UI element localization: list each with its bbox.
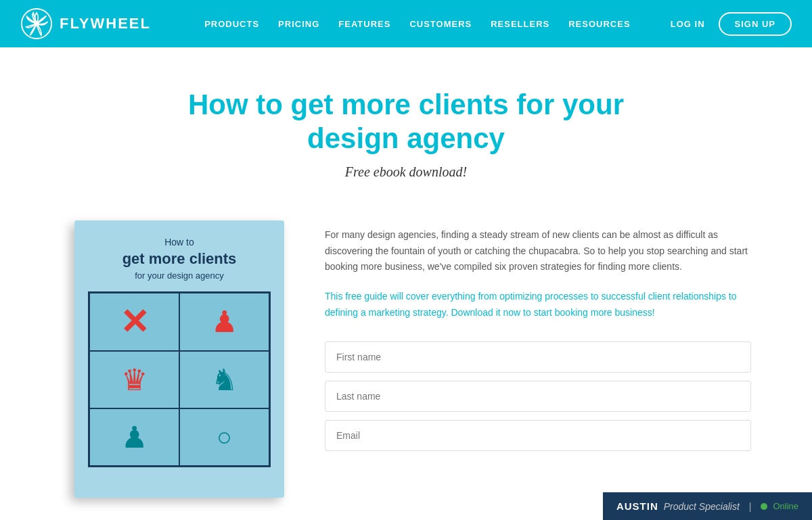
content-area: How to get more clients for your design …: [34, 220, 778, 520]
book-title-main: get more clients: [88, 250, 271, 268]
right-side: For many design agencies, finding a stea…: [325, 220, 751, 459]
chat-agent-name: AUSTIN: [616, 500, 658, 512]
description-paragraph2: This free guide will cover everything fr…: [325, 289, 751, 321]
book-cover: How to get more clients for your design …: [74, 220, 284, 498]
chess-cell-queen-red: ♛: [89, 351, 179, 408]
chat-widget[interactable]: AUSTIN Product Specialist | Online: [603, 492, 812, 520]
description-paragraph1: For many design agencies, finding a stea…: [325, 227, 751, 275]
email-input[interactable]: [325, 420, 751, 451]
hero-subtitle: Free ebook download!: [14, 164, 798, 180]
nav-resellers[interactable]: RESELLERS: [491, 19, 549, 29]
hero-headline: How to get more clients for your design …: [169, 88, 643, 156]
chess-cell-pawn-red: ♟: [179, 293, 269, 350]
book-title-top: How to: [88, 237, 271, 247]
book-title-sub: for your design agency: [88, 270, 271, 281]
book-wrapper: How to get more clients for your design …: [61, 220, 291, 498]
chat-status: Online: [773, 501, 798, 511]
chess-cell-x: ✕: [89, 293, 179, 350]
logo-icon: [20, 7, 53, 40]
nav-customers[interactable]: CUSTOMERS: [409, 19, 472, 29]
signup-button[interactable]: SIGN UP: [719, 12, 792, 36]
nav-features[interactable]: FEATURES: [338, 19, 390, 29]
svg-point-1: [34, 21, 39, 26]
first-name-input[interactable]: [325, 341, 751, 373]
chat-divider: |: [749, 501, 752, 512]
chess-cell-knight-teal: ♞: [179, 351, 269, 408]
logo[interactable]: FLYWHEEL: [20, 7, 151, 40]
chess-cell-circle: ○: [179, 408, 269, 466]
logo-text: FLYWHEEL: [60, 15, 151, 32]
hero-section: How to get more clients for your design …: [0, 47, 812, 220]
nav-links: PRODUCTS PRICING FEATURES CUSTOMERS RESE…: [185, 19, 650, 29]
nav-right: LOG IN SIGN UP: [671, 12, 792, 36]
login-link[interactable]: LOG IN: [671, 19, 705, 29]
chat-agent-role: Product Specialist: [664, 501, 740, 512]
nav-resources[interactable]: RESOURCES: [568, 19, 630, 29]
navbar: FLYWHEEL PRODUCTS PRICING FEATURES CUSTO…: [0, 0, 812, 47]
nav-pricing[interactable]: PRICING: [278, 19, 319, 29]
chess-grid: ✕ ♟ ♛ ♞ ♟ ○: [88, 291, 271, 467]
last-name-input[interactable]: [325, 381, 751, 412]
chess-cell-pawn-teal: ♟: [89, 408, 179, 466]
nav-products[interactable]: PRODUCTS: [204, 19, 259, 29]
online-dot-icon: [761, 503, 767, 510]
